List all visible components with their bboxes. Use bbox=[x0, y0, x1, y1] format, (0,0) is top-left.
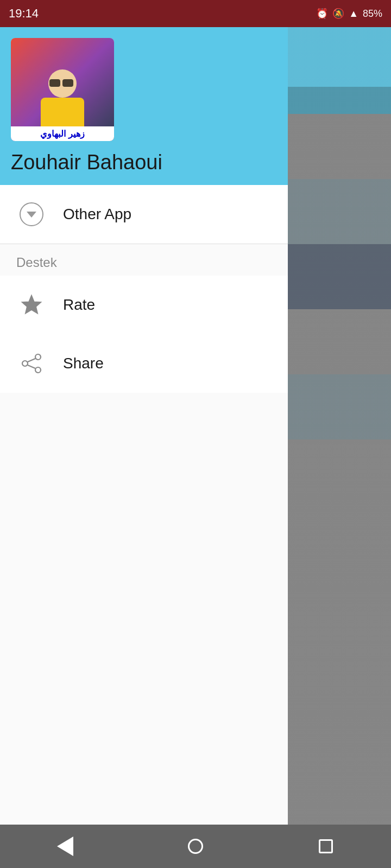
status-time: 19:14 bbox=[9, 7, 39, 21]
menu-item-share[interactable]: Share bbox=[0, 334, 288, 393]
recents-icon bbox=[319, 839, 333, 853]
mute-icon: 🔕 bbox=[332, 8, 344, 20]
battery-indicator: 85% bbox=[363, 8, 382, 20]
home-icon bbox=[188, 839, 203, 854]
back-icon bbox=[57, 837, 73, 856]
drawer-header: زهير البهاوي Zouhair Bahaoui bbox=[0, 27, 288, 185]
star-icon bbox=[16, 290, 47, 320]
navigation-drawer: زهير البهاوي Zouhair Bahaoui Other App D… bbox=[0, 27, 288, 868]
signal-icon: ▲ bbox=[349, 8, 358, 20]
svg-point-3 bbox=[35, 367, 41, 373]
svg-point-1 bbox=[35, 354, 41, 360]
recents-button[interactable] bbox=[304, 830, 348, 863]
back-button[interactable] bbox=[43, 830, 87, 863]
dropdown-icon bbox=[16, 199, 47, 229]
svg-line-5 bbox=[28, 365, 35, 368]
status-icons: ⏰ 🔕 ▲ 85% bbox=[316, 8, 382, 20]
status-bar: 19:14 ⏰ 🔕 ▲ 85% bbox=[0, 0, 391, 27]
svg-point-2 bbox=[22, 361, 28, 366]
rate-label: Rate bbox=[63, 296, 95, 314]
app-image: زهير البهاوي bbox=[11, 38, 114, 141]
arabic-name-banner: زهير البهاوي bbox=[11, 126, 114, 141]
section-header-destek: Destek bbox=[0, 244, 288, 276]
person-figure bbox=[41, 69, 84, 130]
svg-line-4 bbox=[28, 359, 35, 362]
navigation-bar bbox=[0, 825, 391, 868]
other-app-label: Other App bbox=[63, 206, 131, 223]
alarm-icon: ⏰ bbox=[316, 8, 328, 20]
right-background bbox=[288, 27, 391, 825]
home-button[interactable] bbox=[174, 830, 217, 863]
share-label: Share bbox=[63, 355, 104, 372]
app-title: Zouhair Bahaoui bbox=[11, 151, 162, 174]
drawer-menu: Other App Destek Rate bbox=[0, 185, 288, 868]
menu-item-other-app[interactable]: Other App bbox=[0, 185, 288, 244]
share-icon bbox=[16, 348, 47, 379]
svg-marker-0 bbox=[22, 296, 41, 314]
menu-item-rate[interactable]: Rate bbox=[0, 276, 288, 334]
